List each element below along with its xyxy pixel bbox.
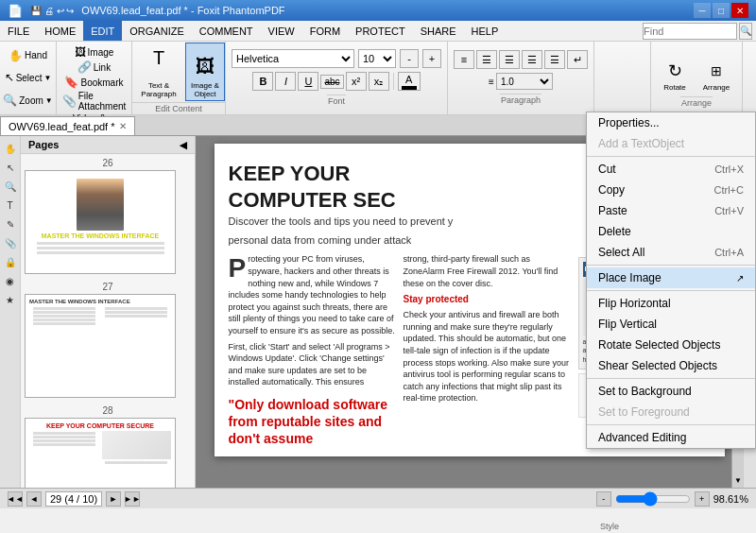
- font-name-select[interactable]: Helvetica: [232, 49, 354, 68]
- left-tool-7[interactable]: 🔒: [2, 253, 19, 270]
- ctx-place-image[interactable]: Place Image ↗: [587, 267, 755, 288]
- ctx-cut[interactable]: Cut Ctrl+X: [587, 159, 755, 180]
- text-paragraph-btn[interactable]: T Text & Paragraph: [132, 43, 185, 101]
- nav-prev-btn[interactable]: ◄: [26, 491, 42, 507]
- menu-help[interactable]: HELP: [464, 21, 507, 41]
- page-thumb-28[interactable]: 28 KEEP YOUR COMPUTER SECURE: [25, 405, 191, 488]
- subscript-btn[interactable]: x₂: [369, 72, 389, 91]
- ctx-advanced-editing[interactable]: Advanced Editing: [587, 427, 755, 448]
- ctx-flip-vertical[interactable]: Flip Vertical: [587, 314, 755, 335]
- indent-btn[interactable]: ↵: [567, 50, 588, 69]
- menu-form[interactable]: FORM: [302, 21, 348, 41]
- ctx-set-background[interactable]: Set to Background: [587, 381, 755, 402]
- italic-btn[interactable]: I: [275, 72, 296, 91]
- align-left-btn[interactable]: ≡: [454, 50, 474, 69]
- file-attachment-btn[interactable]: 📎 File Attachment: [62, 91, 127, 112]
- left-tool-2[interactable]: ↖: [2, 159, 19, 176]
- pages-collapse-btn[interactable]: ◀: [180, 140, 187, 150]
- superscript-btn[interactable]: x²: [346, 72, 367, 91]
- context-menu[interactable]: Properties... Add a TextObject Cut Ctrl+…: [586, 112, 756, 449]
- left-tool-8[interactable]: ◉: [2, 272, 19, 289]
- hand-tool[interactable]: ✋ Hand: [9, 49, 47, 62]
- thumb-person-img: [77, 179, 124, 231]
- left-tool-3[interactable]: 🔍: [2, 178, 19, 195]
- menu-organize[interactable]: ORGANIZE: [122, 21, 191, 41]
- image-object-btn[interactable]: 🖼 Image & Object: [185, 43, 225, 101]
- line-spacing-select[interactable]: 1.0: [496, 73, 553, 90]
- ctx-delete[interactable]: Delete: [587, 221, 755, 242]
- font-size-up-btn[interactable]: +: [422, 49, 441, 68]
- font-size-select[interactable]: 10: [358, 49, 396, 68]
- ctx-place-image-label: Place Image: [598, 271, 662, 284]
- menu-file[interactable]: FILE: [0, 21, 37, 41]
- ctx-select-all[interactable]: Select All Ctrl+A: [587, 242, 755, 263]
- menu-share[interactable]: SHARE: [413, 21, 464, 41]
- page-input[interactable]: [45, 491, 102, 507]
- thumb-28-heading: KEEP YOUR COMPUTER SECURE: [29, 422, 171, 429]
- menu-comment[interactable]: COMMENT: [192, 21, 261, 41]
- find-input[interactable]: [643, 23, 737, 40]
- nav-last-btn[interactable]: ►►: [125, 491, 140, 507]
- strikethrough-btn[interactable]: abc: [320, 75, 343, 89]
- menu-protect[interactable]: PROTECT: [348, 21, 413, 41]
- nav-first-btn[interactable]: ◄◄: [8, 491, 23, 507]
- bookmark-btn[interactable]: 🔖 Bookmark: [64, 76, 123, 89]
- ctx-paste[interactable]: Paste Ctrl+V: [587, 200, 755, 221]
- list-btn[interactable]: ☰: [544, 50, 565, 69]
- font-size-down-btn[interactable]: -: [400, 49, 419, 68]
- thumb-img-26[interactable]: MASTER THE WINDOWS INTERFACE: [25, 170, 176, 274]
- thumb-img-27[interactable]: MASTER THE WINDOWS INTERFACE: [25, 294, 176, 398]
- zoom-slider[interactable]: [615, 491, 691, 507]
- pages-content[interactable]: 26 MASTER THE WINDOWS INTERFACE 27: [21, 154, 195, 488]
- menu-home[interactable]: HOME: [37, 21, 83, 41]
- scroll-down-btn[interactable]: ▼: [732, 473, 743, 488]
- ctx-set-fg-label: Set to Foreground: [598, 405, 690, 419]
- tab-pdf[interactable]: OWV69.lead_feat.pdf * ✕: [0, 116, 135, 135]
- image-icon: 🖼: [75, 45, 86, 59]
- zoom-in-btn[interactable]: +: [695, 491, 710, 507]
- ctx-properties[interactable]: Properties...: [587, 112, 755, 133]
- maximize-button[interactable]: □: [713, 3, 730, 18]
- page-thumb-27[interactable]: 27 MASTER THE WINDOWS INTERFACE: [25, 282, 191, 398]
- color-btn[interactable]: A: [398, 72, 421, 91]
- nav-next-btn[interactable]: ►: [106, 491, 121, 507]
- tab-close-btn[interactable]: ✕: [119, 121, 127, 131]
- menu-edit[interactable]: EDIT: [83, 21, 122, 41]
- align-right-btn[interactable]: ☰: [499, 50, 520, 69]
- title-bar-controls[interactable]: ─ □ ✕: [694, 3, 748, 18]
- close-button[interactable]: ✕: [731, 3, 748, 18]
- bold-btn[interactable]: B: [252, 72, 273, 91]
- left-tool-5[interactable]: ✎: [2, 215, 19, 232]
- left-tool-6[interactable]: 📎: [2, 234, 19, 251]
- zoom-tool[interactable]: 🔍 Zoom▼: [3, 94, 52, 107]
- thumb-line-1: [37, 242, 164, 245]
- align-justify-btn[interactable]: ☰: [522, 50, 542, 69]
- link-btn[interactable]: 🔗 Link: [77, 60, 111, 74]
- ctx-shear-selected[interactable]: Shear Selected Objects: [587, 355, 755, 376]
- thumb-img-28[interactable]: KEEP YOUR COMPUTER SECURE: [25, 418, 176, 488]
- first-letter: P: [229, 255, 247, 282]
- menu-view[interactable]: VIEW: [261, 21, 302, 41]
- ctx-rotate-selected[interactable]: Rotate Selected Objects: [587, 335, 755, 355]
- ctx-flip-horizontal[interactable]: Flip Horizontal: [587, 293, 755, 314]
- ctx-copy[interactable]: Copy Ctrl+C: [587, 180, 755, 200]
- left-tool-9[interactable]: ★: [2, 291, 19, 308]
- app-icon: 📄: [8, 4, 23, 18]
- underline-btn[interactable]: U: [298, 72, 318, 91]
- minimize-button[interactable]: ─: [694, 3, 711, 18]
- rotate-btn[interactable]: ↻ Rotate: [657, 47, 693, 95]
- left-tool-4[interactable]: T: [2, 197, 19, 214]
- page-thumb-26[interactable]: 26 MASTER THE WINDOWS INTERFACE: [25, 158, 191, 274]
- font-sep: [393, 73, 394, 90]
- t27l3: [33, 315, 95, 318]
- ctx-sep-2: [587, 265, 755, 266]
- zoom-out-btn[interactable]: -: [596, 491, 611, 507]
- arrange-btn[interactable]: ⊞ Arrange: [696, 47, 736, 95]
- align-center-btn[interactable]: ☰: [476, 50, 497, 69]
- tab-label: OWV69.lead_feat.pdf *: [9, 121, 115, 132]
- image-btn[interactable]: 🖼 Image: [75, 45, 114, 59]
- find-button[interactable]: 🔍: [739, 23, 752, 40]
- left-tool-1[interactable]: ✋: [2, 140, 19, 157]
- select-tool[interactable]: ↖ Select▼: [5, 71, 52, 84]
- rotate-arrange-btns: ↻ Rotate ⊞ Arrange: [657, 47, 736, 95]
